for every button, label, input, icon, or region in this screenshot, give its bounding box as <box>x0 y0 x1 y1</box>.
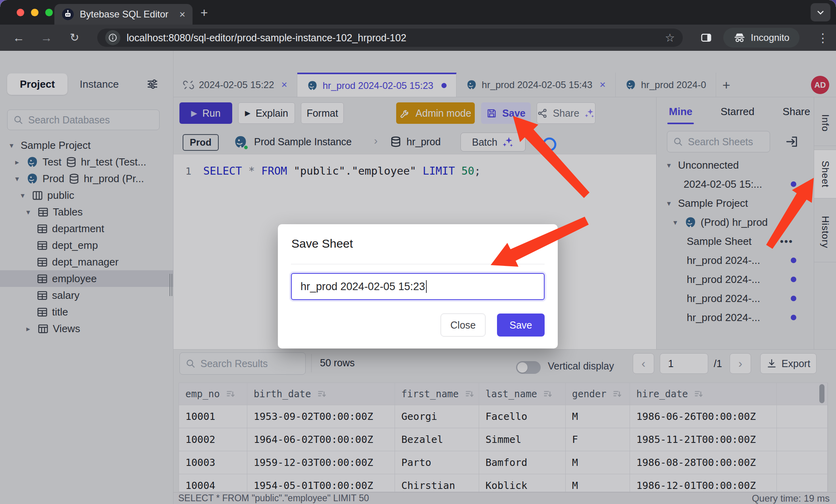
browser-chrome: Bytebase SQL Editor × + ← → ↻ localhost:… <box>0 0 836 51</box>
incognito-icon <box>733 31 746 44</box>
browser-menu-icon[interactable]: ⋮ <box>817 31 829 45</box>
incognito-badge: Incognito <box>723 28 799 48</box>
browser-tab-close-icon[interactable]: × <box>179 9 185 19</box>
tab-search-chevron-button[interactable] <box>811 3 830 21</box>
address-bar[interactable]: localhost:8080/sql-editor/prod-sample-in… <box>97 29 683 47</box>
browser-url-bar: ← → ↻ localhost:8080/sql-editor/prod-sam… <box>0 25 836 51</box>
bookmark-star-icon[interactable]: ☆ <box>665 31 675 44</box>
forward-button[interactable]: → <box>40 32 52 44</box>
screen: Bytebase SQL Editor × + ← → ↻ localhost:… <box>0 0 836 504</box>
browser-tab-strip: Bytebase SQL Editor × + <box>0 0 836 25</box>
new-browser-tab-button[interactable]: + <box>200 6 208 19</box>
divider <box>291 264 545 264</box>
url-text: localhost:8080/sql-editor/prod-sample-in… <box>127 32 659 44</box>
dialog-save-button[interactable]: Save <box>497 314 545 337</box>
window-close-button[interactable] <box>17 9 24 16</box>
bytebase-favicon-icon <box>62 8 74 21</box>
text-caret <box>426 280 427 293</box>
window-minimize-button[interactable] <box>31 9 39 16</box>
dialog-close-icon[interactable]: × <box>537 237 544 249</box>
back-button[interactable]: ← <box>13 32 25 44</box>
incognito-label: Incognito <box>751 32 789 43</box>
sheet-name-input[interactable]: hr_prod 2024-02-05 15:23 <box>291 273 545 300</box>
side-panel-icon[interactable] <box>699 32 713 44</box>
dialog-title: Save Sheet <box>291 237 353 250</box>
site-info-icon[interactable] <box>105 30 120 45</box>
sheet-name-value: hr_prod 2024-02-05 15:23 <box>300 281 425 293</box>
close-button[interactable]: Close <box>441 314 485 337</box>
window-zoom-button[interactable] <box>45 9 53 16</box>
save-sheet-dialog: Save Sheet × hr_prod 2024-02-05 15:23 Cl… <box>278 224 558 348</box>
chevron-down-icon <box>816 8 825 17</box>
reload-button[interactable]: ↻ <box>70 32 79 43</box>
browser-tab-title: Bytebase SQL Editor <box>80 9 174 20</box>
browser-tab[interactable]: Bytebase SQL Editor × <box>54 4 193 25</box>
